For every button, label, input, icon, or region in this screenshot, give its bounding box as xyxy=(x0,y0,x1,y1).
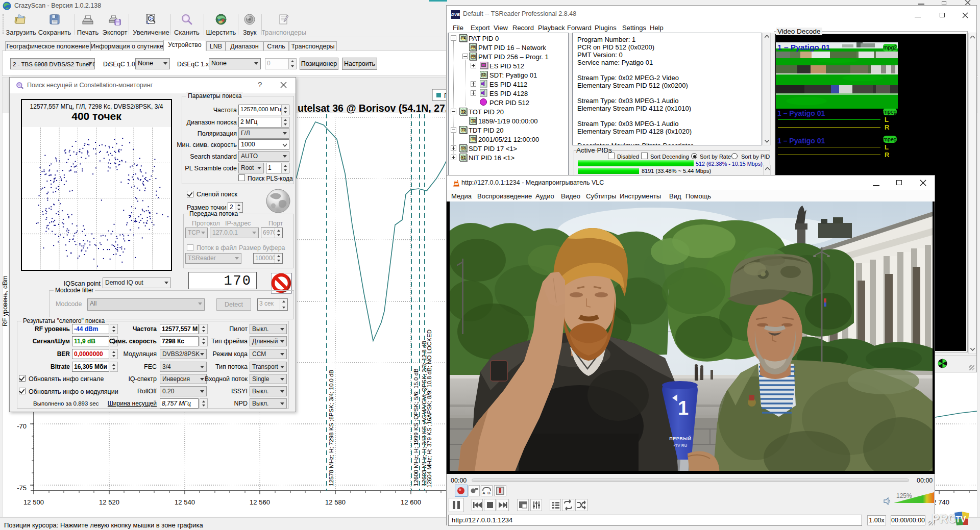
svg-text:12600 MHz; H; 1999 KS ;QPSK; 5: 12600 MHz; H; 1999 KS ;QPSK; 5/6; 15.0 d… xyxy=(413,368,419,486)
svg-text:•TV RU: •TV RU xyxy=(674,443,688,448)
svg-text:12 520: 12 520 xyxy=(99,498,119,506)
svg-text:ПЕРВЫЙ: ПЕРВЫЙ xyxy=(669,436,691,441)
svg-text:1: 1 xyxy=(678,397,689,419)
svg-text:A: A xyxy=(482,491,485,495)
svg-text:TV: TV xyxy=(955,515,966,524)
svg-text:RF уровень, dBm: RF уровень, dBm xyxy=(2,275,9,326)
svg-text:12578 MHz; H; 7298 KS ;8PSK; 3: 12578 MHz; H; 7298 KS ;8PSK; 3/4; 10.0 d… xyxy=(328,369,334,486)
svg-text:12 600: 12 600 xyxy=(401,498,421,506)
svg-text:-70: -70 xyxy=(17,422,27,430)
svg-text:-75: -75 xyxy=(17,484,27,492)
svg-text:utelsat 36 @ Borisov (54.1N, 2: utelsat 36 @ Borisov (54.1N, 27.5E) xyxy=(298,103,463,114)
svg-text:12 540: 12 540 xyxy=(175,498,195,506)
svg-text:B: B xyxy=(487,491,491,495)
svg-text:12 560: 12 560 xyxy=(250,498,270,506)
svg-text:12 500: 12 500 xyxy=(23,498,44,506)
svg-text:12 580: 12 580 xyxy=(325,498,346,506)
svg-text:12604 MHz; H; 379 KS ;16APSK;: 12604 MHz; H; 379 KS ;16APSK; 8/9; 10.8 … xyxy=(426,330,432,488)
